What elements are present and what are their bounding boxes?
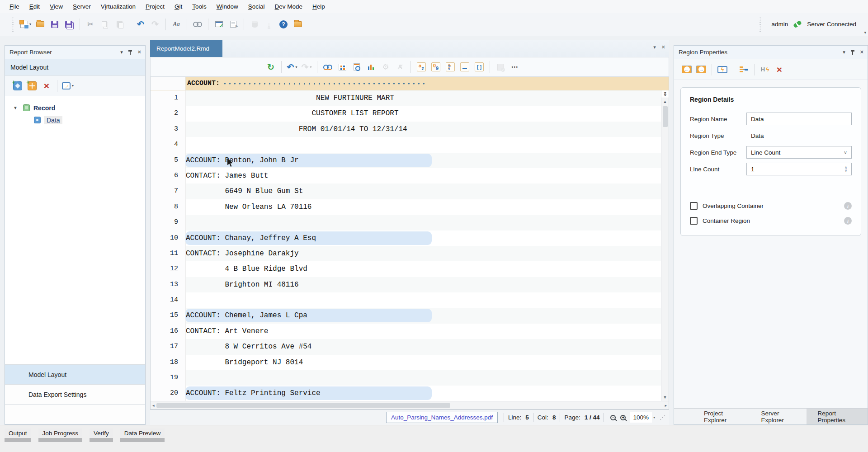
scroll-left-icon[interactable]: ◂ (152, 403, 155, 408)
line-text[interactable]: CONTACT: James Butt (186, 168, 669, 184)
toolbar-overflow-icon[interactable]: ▾ (864, 30, 866, 35)
spin-down-icon[interactable]: ∨ (844, 169, 847, 172)
paste-icon[interactable] (113, 18, 125, 31)
menu-help[interactable]: Help (307, 1, 330, 12)
menu-virtualization[interactable]: Virtualization (96, 1, 141, 12)
line-text[interactable]: NEW FURTINURE MART (186, 90, 669, 106)
line-text[interactable]: FROM 01/01/14 TO 12/31/14 (186, 122, 669, 137)
checkbox-overlapping-container[interactable] (690, 202, 698, 210)
line-text[interactable]: ACCOUNT: Chanay, Jeffrey A Esq (186, 231, 669, 246)
field-select-region-end-type[interactable]: Line Count∨ (746, 146, 852, 159)
menu-edit[interactable]: Edit (24, 1, 45, 12)
close-icon[interactable]: ✕ (137, 49, 142, 55)
preview-document-icon[interactable] (351, 61, 363, 73)
tab-data-preview[interactable]: Data Preview (120, 428, 165, 442)
panel-menu-icon[interactable]: ▾ (120, 49, 123, 55)
add-table-region-icon[interactable] (26, 80, 38, 92)
scroll-right-icon[interactable]: ▸ (665, 403, 667, 408)
auto-create-fields-icon[interactable]: H (759, 63, 771, 76)
auto-parse-icon[interactable] (336, 61, 348, 73)
line-text[interactable]: 4 B Blue Ridge Blvd (186, 261, 669, 277)
horizontal-scrollbar[interactable]: ◂ ▸ (151, 401, 669, 409)
toolbar-grip[interactable] (12, 17, 14, 32)
vertical-scroll-thumb[interactable] (663, 106, 668, 127)
match-space-icon[interactable] (459, 61, 471, 73)
split-editor-handle[interactable]: ⇕ (661, 90, 669, 98)
menu-project[interactable]: Project (141, 1, 170, 12)
database-icon[interactable] (249, 18, 260, 31)
horizontal-scroll-thumb[interactable] (156, 403, 450, 408)
match-alpha-icon[interactable] (415, 61, 427, 73)
save-icon[interactable] (49, 18, 61, 31)
checkbox-container-region[interactable] (690, 217, 698, 225)
delete-node-icon[interactable]: × (41, 80, 52, 92)
zoom-in-icon[interactable]: + (620, 415, 626, 420)
match-brackets-icon[interactable] (473, 61, 485, 73)
recent-files-icon[interactable] (292, 18, 304, 31)
redo-icon[interactable]: ↷▾ (301, 61, 312, 73)
edit-font-icon[interactable]: A (394, 61, 406, 73)
panel-menu-icon[interactable]: ▾ (843, 49, 845, 55)
tab-server-explorer[interactable]: Server Explorer (750, 409, 807, 424)
line-text[interactable]: Brighton MI 48116 (186, 277, 669, 292)
tab-close-icon[interactable]: ✕ (661, 44, 665, 50)
more-options-icon[interactable]: ••• (509, 61, 521, 73)
zoom-out-icon[interactable]: − (610, 415, 616, 420)
field-statistics-icon[interactable] (365, 61, 377, 73)
line-text[interactable]: CONTACT: Art Venere (186, 324, 669, 339)
new-model-icon[interactable]: ▾ (20, 18, 32, 31)
cut-icon[interactable]: ✂ (85, 18, 96, 31)
add-data-region-icon[interactable] (12, 80, 24, 92)
resize-grip-icon[interactable]: ⋰ (660, 414, 665, 421)
nav-item-data-export-settings[interactable]: Data Export Settings (5, 385, 145, 405)
deploy-icon[interactable]: ↓ (263, 18, 275, 31)
zoom-level[interactable]: 100% (630, 412, 652, 423)
verify-window-icon[interactable] (213, 18, 225, 31)
menu-tools[interactable]: Tools (187, 1, 212, 12)
region-pattern-band[interactable]: ACCOUNT: (186, 77, 669, 90)
add-region-pattern-icon[interactable] (717, 63, 728, 76)
info-icon[interactable]: i (844, 202, 852, 210)
match-alphanumeric-icon[interactable] (444, 61, 456, 73)
info-icon[interactable]: i (844, 217, 852, 225)
tree-node-record[interactable]: ▼ Record (5, 102, 145, 114)
find-icon[interactable] (192, 18, 203, 31)
chevron-down-icon[interactable]: ▼ (13, 105, 19, 110)
line-text[interactable]: New Orleans LA 70116 (186, 199, 669, 215)
menu-window[interactable]: Window (212, 1, 243, 12)
zoom-dropdown-icon[interactable]: ▾ (653, 415, 655, 419)
menu-git[interactable]: Git (170, 1, 187, 12)
line-text[interactable] (186, 137, 669, 152)
menu-view[interactable]: View (45, 1, 68, 12)
line-text[interactable] (186, 292, 669, 308)
line-text[interactable]: 6649 N Blue Gum St (186, 184, 669, 199)
line-text[interactable]: 8 W Cerritos Ave #54 (186, 339, 669, 354)
vertical-scrollbar[interactable]: ⇕ ▲ ▼ (661, 90, 669, 401)
copy-icon[interactable] (99, 18, 111, 31)
export-model-icon[interactable] (495, 61, 506, 73)
line-text[interactable]: Bridgeport NJ 8014 (186, 355, 669, 370)
tab-project-explorer[interactable]: Project Explorer (693, 409, 750, 424)
match-numeric-icon[interactable] (430, 61, 442, 73)
line-text[interactable]: CONTACT: Josephine Darakjy (186, 246, 669, 261)
tab-job-progress[interactable]: Job Progress (38, 428, 83, 442)
previous-region-icon[interactable] (681, 63, 693, 76)
pin-icon[interactable] (850, 50, 855, 55)
save-all-icon[interactable] (63, 18, 75, 31)
open-file-icon[interactable] (34, 18, 46, 31)
undo-icon[interactable]: ↶▾ (286, 61, 298, 73)
line-text[interactable]: ACCOUNT: Feltz Printing Service (186, 386, 669, 401)
font-icon[interactable]: Aa (170, 18, 182, 31)
line-text[interactable]: ACCOUNT: Chemel, James L Cpa (186, 308, 669, 323)
tree-node-data[interactable]: Data (5, 114, 145, 126)
tab-verify[interactable]: Verify (90, 428, 113, 442)
nav-item-model-layout[interactable]: Model Layout (5, 365, 145, 385)
pin-icon[interactable] (128, 50, 132, 55)
tab-reportmodel2[interactable]: ReportModel2.Rmd (150, 40, 222, 57)
export-layout-icon[interactable]: ▾ (62, 80, 74, 92)
undo-icon[interactable]: ↶ (135, 18, 146, 31)
find-pattern-icon[interactable] (322, 61, 334, 73)
menu-file[interactable]: File (5, 1, 24, 12)
tab-report-properties[interactable]: Report Properties (807, 409, 868, 424)
menu-dev-mode[interactable]: Dev Mode (270, 1, 308, 12)
